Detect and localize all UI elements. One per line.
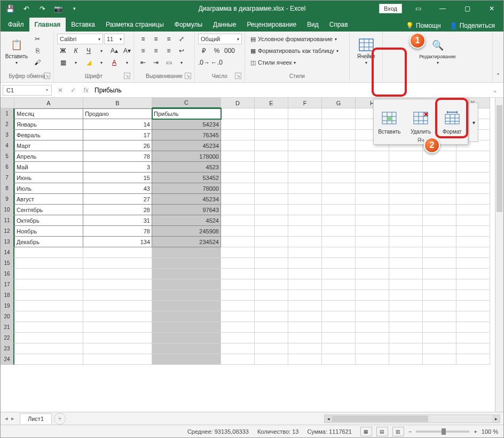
cell[interactable]: [255, 119, 288, 130]
cell[interactable]: [322, 301, 356, 311]
cell[interactable]: [389, 290, 423, 301]
cell[interactable]: [221, 301, 255, 311]
cell[interactable]: [389, 162, 423, 173]
cell[interactable]: [255, 247, 288, 258]
underline-button[interactable]: Ч: [83, 45, 94, 56]
cell[interactable]: [423, 162, 456, 173]
row-header[interactable]: 24: [1, 354, 14, 365]
cell[interactable]: 54234: [152, 119, 221, 130]
redo-icon[interactable]: ↷: [36, 2, 49, 15]
cell[interactable]: [322, 173, 356, 183]
cell[interactable]: [152, 279, 221, 290]
cell[interactable]: [423, 205, 456, 215]
cell[interactable]: [322, 311, 356, 322]
cell[interactable]: [288, 290, 322, 301]
cell[interactable]: [356, 162, 389, 173]
cell[interactable]: [288, 194, 322, 205]
cell[interactable]: [423, 279, 456, 290]
cell[interactable]: [255, 354, 288, 365]
row-header[interactable]: 16: [1, 269, 14, 279]
cell[interactable]: [456, 322, 490, 333]
cell[interactable]: [389, 301, 423, 311]
cell-styles-button[interactable]: ◫Стили ячеек▾: [248, 57, 298, 68]
cell[interactable]: [389, 311, 423, 322]
cell[interactable]: [322, 119, 356, 130]
clipboard-dialog-launcher[interactable]: ↘: [44, 73, 50, 79]
cell[interactable]: [456, 226, 490, 237]
cell[interactable]: [423, 226, 456, 237]
cell[interactable]: [288, 140, 322, 151]
increase-indent-icon[interactable]: ⇥: [150, 57, 162, 68]
cell[interactable]: [456, 194, 490, 205]
cell[interactable]: [322, 183, 356, 194]
cell[interactable]: [152, 311, 221, 322]
cell[interactable]: [288, 205, 322, 215]
wrap-text-icon[interactable]: ↩: [176, 45, 187, 56]
cell[interactable]: [356, 258, 389, 269]
cell[interactable]: [356, 354, 389, 365]
cell[interactable]: [389, 183, 423, 194]
cell[interactable]: [14, 322, 83, 333]
cell[interactable]: [255, 130, 288, 140]
expand-formula-bar-icon[interactable]: ⌄: [489, 85, 501, 96]
camera-icon[interactable]: 📷: [52, 2, 65, 15]
cell[interactable]: 78: [83, 151, 152, 162]
row-header[interactable]: 3: [1, 130, 14, 140]
align-middle-icon[interactable]: ≡: [150, 34, 162, 44]
cell[interactable]: [322, 108, 356, 119]
close-button[interactable]: ✕: [480, 1, 503, 17]
collapse-ribbon-icon[interactable]: ˄: [493, 32, 503, 82]
cell[interactable]: [322, 269, 356, 279]
cell[interactable]: 78000: [152, 183, 221, 194]
cell[interactable]: [356, 194, 389, 205]
cell[interactable]: [322, 343, 356, 354]
cell[interactable]: [389, 269, 423, 279]
cell[interactable]: [423, 322, 456, 333]
cell[interactable]: [288, 130, 322, 140]
cell[interactable]: 134: [83, 237, 152, 247]
accounting-icon[interactable]: ₽: [198, 45, 210, 56]
cell[interactable]: Июнь: [14, 173, 83, 183]
row-header[interactable]: 14: [1, 247, 14, 258]
cell[interactable]: [288, 162, 322, 173]
scroll-left-icon[interactable]: ◂: [325, 415, 332, 423]
cell[interactable]: [255, 290, 288, 301]
cell[interactable]: [423, 301, 456, 311]
cell[interactable]: [221, 354, 255, 365]
number-format-combo[interactable]: Общий▾: [198, 34, 242, 44]
cell[interactable]: [356, 151, 389, 162]
undo-icon[interactable]: ↶: [20, 2, 33, 15]
cell[interactable]: 53452: [152, 173, 221, 183]
cell[interactable]: 4523: [152, 162, 221, 173]
row-header[interactable]: 23: [1, 343, 14, 354]
format-painter-icon[interactable]: 🖌: [32, 57, 43, 68]
cell[interactable]: Июль: [14, 183, 83, 194]
row-header[interactable]: 1: [1, 108, 14, 119]
cell[interactable]: [356, 333, 389, 343]
cell[interactable]: 26: [83, 140, 152, 151]
cell[interactable]: [322, 140, 356, 151]
cell[interactable]: 45234: [152, 140, 221, 151]
borders-icon[interactable]: ▦: [57, 57, 69, 68]
cell[interactable]: [456, 247, 490, 258]
cell[interactable]: [423, 354, 456, 365]
row-header[interactable]: 21: [1, 322, 14, 333]
cell[interactable]: [322, 151, 356, 162]
cell[interactable]: [288, 311, 322, 322]
cell[interactable]: [389, 226, 423, 237]
editing-button[interactable]: 🔍 Редактирование ▾: [425, 34, 451, 69]
tab-data[interactable]: Данные: [208, 18, 241, 32]
cell[interactable]: [322, 215, 356, 226]
tab-home[interactable]: Главная: [29, 18, 66, 32]
cell[interactable]: [14, 333, 83, 343]
cell[interactable]: [255, 333, 288, 343]
cells-group-button[interactable]: Ячейки ▾: [353, 34, 379, 69]
login-button[interactable]: Вход: [379, 4, 402, 13]
cell[interactable]: [423, 151, 456, 162]
cell[interactable]: [423, 183, 456, 194]
cell[interactable]: [14, 269, 83, 279]
cell[interactable]: [288, 226, 322, 237]
cell[interactable]: [14, 258, 83, 269]
cancel-formula-icon[interactable]: ✕: [54, 85, 67, 96]
cell[interactable]: [221, 205, 255, 215]
